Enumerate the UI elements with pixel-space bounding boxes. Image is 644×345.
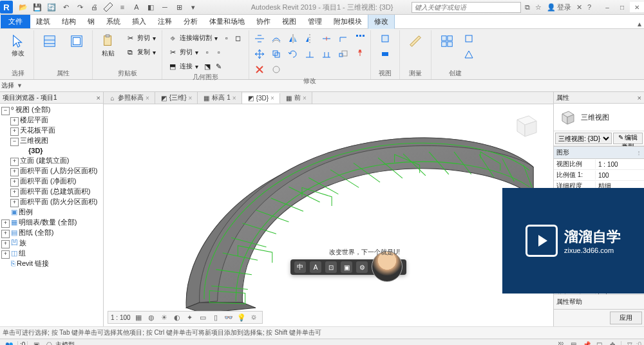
trim-extend-multi-button[interactable] — [319, 47, 334, 61]
tree-area4[interactable]: 面积平面 (防火分区面积) — [20, 198, 97, 205]
shadows-icon[interactable]: ◐ — [172, 312, 182, 322]
help-icon[interactable]: ? — [587, 3, 591, 11]
align-button[interactable] — [252, 32, 267, 46]
tree-groups[interactable]: 组 — [19, 249, 26, 257]
floater-ico-2[interactable]: A — [310, 261, 321, 273]
tab-modify[interactable]: 修改 — [368, 14, 395, 29]
override-graphics-button[interactable] — [377, 47, 393, 61]
ribbon-collapse-icon[interactable]: ▴ — [638, 19, 641, 28]
sync-icon[interactable]: 🔄 — [46, 1, 57, 13]
panel-close-icon[interactable]: × — [638, 94, 641, 102]
select-pinned-icon[interactable]: 📌 — [580, 340, 593, 346]
prop-row[interactable]: 视图比例1 : 100 — [554, 159, 644, 170]
tree-toggle[interactable]: + — [1, 250, 10, 259]
tree-root[interactable]: 视图 (全部) — [15, 106, 50, 113]
trim-extend-single-button[interactable] — [302, 47, 317, 61]
infocenter-icon[interactable]: ⧉ — [525, 3, 530, 12]
cut-button[interactable]: ✂剪切 ▾ — [122, 32, 159, 44]
section-icon[interactable]: ◧ — [145, 1, 156, 13]
view-scale[interactable]: 1 : 100 — [111, 314, 131, 321]
save-icon[interactable]: 💾 — [32, 1, 43, 13]
undo-icon[interactable]: ↶ — [60, 1, 71, 13]
tree-families[interactable]: 族 — [19, 239, 26, 247]
tree-toggle[interactable]: + — [10, 178, 19, 187]
floater-ico-4[interactable]: ▣ — [341, 261, 352, 273]
tree-elevation[interactable]: 立面 (建筑立面) — [20, 156, 69, 164]
view-tab-front[interactable]: ▦前× — [280, 92, 312, 104]
tree-toggle[interactable]: + — [10, 168, 19, 176]
tree-links[interactable]: Revit 链接 — [17, 259, 49, 267]
select-links-icon[interactable]: ⛓ — [554, 340, 567, 346]
tab-close-icon[interactable]: × — [189, 95, 193, 102]
join-end-cut-button[interactable]: ⎆连接端切割 ▾ ▫◻ — [165, 32, 252, 44]
view-tab-ref-level[interactable]: ⌂参照标高× — [104, 92, 155, 104]
drag-elements-icon[interactable]: ✥ — [606, 340, 619, 346]
measure-icon[interactable] — [102, 1, 114, 13]
panel-close-icon[interactable]: × — [97, 94, 100, 102]
floater-ico-5[interactable]: ⚙ — [356, 261, 368, 273]
type-properties-button[interactable] — [64, 32, 90, 51]
tab-addins[interactable]: 附加模块 — [328, 15, 368, 28]
reveal-hidden-icon[interactable]: 💡 — [236, 312, 247, 322]
tree-area1[interactable]: 面积平面 (人防分区面积) — [20, 167, 97, 174]
switch-windows-icon[interactable]: ▾ — [187, 1, 199, 13]
floater-ico-3[interactable]: ⊡ — [325, 261, 337, 273]
tab-close-icon[interactable]: × — [303, 95, 307, 102]
apply-button[interactable]: 应用 — [610, 312, 642, 324]
tree-ceiling[interactable]: 天花板平面 — [20, 126, 55, 134]
tab-structure[interactable]: 结构 — [56, 15, 82, 28]
select-face-icon[interactable]: ◱ — [593, 340, 606, 346]
tree-toggle[interactable]: + — [10, 158, 19, 166]
unpin-button[interactable] — [269, 62, 284, 77]
viewport-3d[interactable]: 改变世界，下一个就是U! 中 A ⊡ ▣ ⚙ 1 : 100 ▦ ◍ ☀ ◐ ✦… — [104, 104, 553, 326]
tab-close-icon[interactable]: × — [232, 95, 236, 102]
tab-analyze[interactable]: 分析 — [178, 15, 204, 28]
tab-view[interactable]: 视图 — [276, 15, 302, 28]
trim-extend-corner-button[interactable] — [336, 32, 351, 46]
crop-icon[interactable]: ▭ — [198, 312, 208, 322]
array-button[interactable] — [352, 32, 368, 46]
copy-tool-button[interactable] — [269, 47, 284, 61]
view-tab-level1[interactable]: ▦标高 1× — [198, 92, 242, 104]
edit-type-button[interactable]: ✎ 编辑类型 — [613, 133, 643, 144]
render-icon[interactable]: ✦ — [185, 312, 195, 322]
tree-sheets[interactable]: 图纸 (全部) — [19, 228, 53, 236]
tree-toggle[interactable]: + — [10, 117, 19, 126]
measure-button[interactable] — [402, 32, 428, 51]
tree-toggle[interactable]: + — [10, 199, 19, 207]
exchange-icon[interactable]: ✕ — [576, 3, 582, 12]
main-model-label[interactable]: 主模型 — [55, 340, 75, 346]
properties-button[interactable] — [37, 32, 62, 51]
select-underlay-icon[interactable]: ▤ — [567, 340, 580, 346]
mirror-draw-button[interactable] — [302, 32, 317, 46]
create-group-button[interactable] — [434, 32, 460, 51]
align-icon[interactable]: ≡ — [117, 1, 128, 13]
tab-close-icon[interactable]: × — [270, 95, 274, 102]
tree-toggle[interactable]: + — [10, 189, 19, 197]
tree-toggle[interactable]: + — [10, 127, 19, 136]
properties-help[interactable]: 属性帮助 — [554, 294, 644, 309]
play-icon[interactable] — [526, 225, 558, 257]
crop-visible-icon[interactable]: ▯ — [211, 312, 221, 322]
detail-level-icon[interactable]: ▦ — [133, 312, 144, 322]
view-tab-3d[interactable]: ◩{3D}× — [242, 93, 280, 104]
worksharing-icon[interactable]: ⛭ — [249, 312, 260, 322]
workset-icon[interactable]: 👥 — [3, 340, 15, 346]
tree-schedules[interactable]: 明细表/数量 (全部) — [19, 218, 77, 226]
tree-threed-item[interactable]: {3D} — [28, 147, 43, 154]
tab-annotate[interactable]: 注释 — [152, 15, 178, 28]
redo-icon[interactable]: ↷ — [74, 1, 86, 13]
editable-only-icon[interactable]: ▣ — [30, 340, 43, 346]
modify-button[interactable]: 修改 — [5, 32, 31, 60]
prop-value[interactable]: 100 — [596, 172, 644, 179]
prop-value[interactable]: 1 : 100 — [596, 161, 644, 168]
tree-threed[interactable]: 三维视图 — [20, 136, 48, 144]
visual-style-icon[interactable]: ◍ — [146, 312, 156, 322]
star-icon[interactable]: ☆ — [535, 3, 542, 12]
login-button[interactable]: 👤 登录 — [547, 3, 571, 12]
delete-button[interactable] — [252, 62, 267, 77]
tab-systems[interactable]: 系统 — [100, 15, 126, 28]
rotate-button[interactable] — [285, 47, 301, 61]
tree-area3[interactable]: 面积平面 (总建筑面积) — [20, 187, 90, 195]
tab-file[interactable]: 文件 — [1, 15, 30, 28]
